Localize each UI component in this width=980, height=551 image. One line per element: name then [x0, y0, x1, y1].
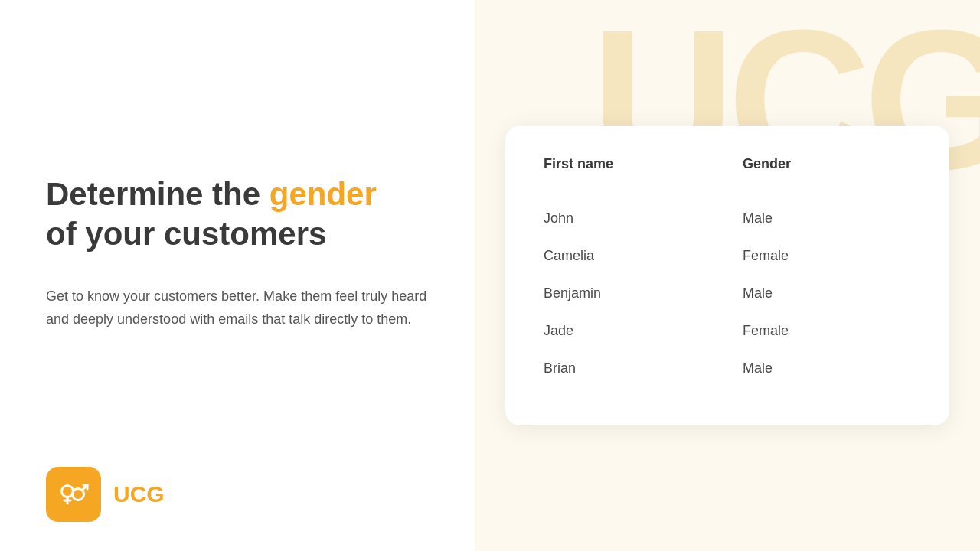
- table-row: Benjamin Male: [544, 275, 911, 312]
- column-header-name: First name: [544, 156, 743, 172]
- table-row: Camelia Female: [544, 237, 911, 275]
- cell-gender: Female: [743, 248, 789, 264]
- cell-gender: Male: [743, 210, 773, 227]
- logo-icon: [46, 467, 101, 522]
- right-panel: UCG First name Gender John Male Camelia …: [475, 0, 980, 551]
- cell-first-name: Jade: [544, 323, 743, 339]
- left-panel: Determine the genderof your customers Ge…: [0, 0, 475, 551]
- cell-first-name: Brian: [544, 360, 743, 377]
- description-text: Get to know your customers better. Make …: [46, 285, 429, 331]
- table-header: First name Gender: [544, 156, 911, 178]
- cell-gender: Male: [743, 360, 773, 377]
- logo-row: UCG: [46, 467, 165, 522]
- headline-accent: gender: [270, 176, 377, 212]
- table-body: John Male Camelia Female Benjamin Male J…: [544, 200, 911, 387]
- cell-gender: Male: [743, 285, 773, 302]
- table-card: First name Gender John Male Camelia Fema…: [505, 126, 949, 425]
- cell-gender: Female: [743, 323, 789, 339]
- headline-text-2: of your customers: [46, 216, 326, 252]
- column-header-gender: Gender: [743, 156, 791, 172]
- headline-text-1: Determine the: [46, 176, 270, 212]
- cell-first-name: Benjamin: [544, 285, 743, 302]
- gender-icon: [57, 478, 90, 511]
- table-row: Jade Female: [544, 312, 911, 350]
- cell-first-name: Camelia: [544, 248, 743, 264]
- cell-first-name: John: [544, 210, 743, 227]
- table-row: John Male: [544, 200, 911, 237]
- logo-text: UCG: [113, 481, 165, 507]
- headline: Determine the genderof your customers: [46, 174, 429, 255]
- table-row: Brian Male: [544, 350, 911, 387]
